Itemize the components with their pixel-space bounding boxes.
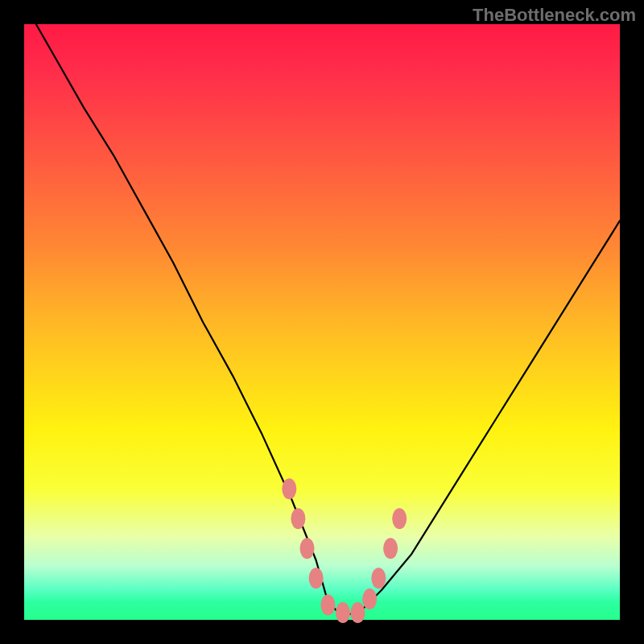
bead-10 [392, 508, 407, 529]
curve-svg [24, 24, 620, 620]
plot-area [24, 24, 620, 620]
chart-frame: TheBottleneck.com [0, 0, 644, 644]
bead-0 [282, 478, 296, 499]
bead-4 [320, 595, 335, 616]
watermark-text: TheBottleneck.com [473, 5, 636, 26]
bead-7 [362, 588, 377, 609]
bead-8 [371, 568, 386, 588]
bead-5 [336, 602, 350, 623]
bead-9 [383, 538, 398, 559]
bead-1 [291, 508, 305, 529]
bead-3 [309, 568, 324, 588]
bead-6 [350, 602, 365, 623]
bottleneck-curve [36, 24, 620, 614]
bead-2 [300, 538, 315, 559]
curve-beads [282, 478, 407, 623]
